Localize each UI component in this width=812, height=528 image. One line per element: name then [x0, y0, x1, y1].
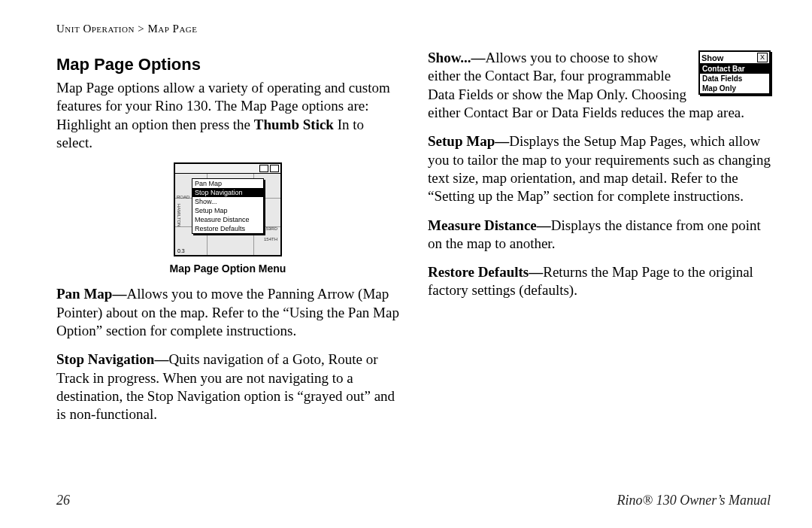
page-number: 26: [56, 493, 70, 508]
breadcrumb-sep: >: [138, 23, 144, 35]
menu-item: Setup Map: [192, 206, 263, 215]
menu-item-selected: Stop Navigation: [192, 188, 263, 197]
map-label: HAMILTON: [177, 204, 181, 226]
show-window: Show X Contact Bar Data Fields Map Only: [698, 50, 771, 95]
show-option-selected: Contact Bar: [700, 64, 769, 74]
map-label: ROAD: [177, 195, 189, 199]
device-screenshot: ROAD HAMILTON 153RD 154TH Pan Map Stop N…: [174, 162, 282, 256]
definition-lead: Show...—: [428, 50, 486, 65]
left-column: Map Page Options Map Page options allow …: [56, 49, 399, 434]
status-icon: [259, 165, 268, 172]
definition-lead: Restore Defaults—: [428, 264, 543, 280]
map-scale: 0.3: [177, 248, 185, 253]
definition-lead: Setup Map—: [428, 133, 509, 149]
show-option: Map Only: [700, 83, 769, 93]
figure-caption: Map Page Option Menu: [56, 262, 399, 275]
intro-paragraph: Map Page options allow a variety of oper…: [56, 79, 399, 152]
definition-paragraph: Restore Defaults—Returns the Map Page to…: [428, 263, 771, 300]
status-icon: [270, 165, 279, 172]
intro-bold: Thumb Stick: [254, 117, 334, 132]
page-footer: 26 Rino® 130 Owner’s Manual: [56, 493, 771, 508]
device-statusbar: [175, 164, 280, 174]
right-column: Show X Contact Bar Data Fields Map Only …: [428, 49, 771, 434]
device-map: ROAD HAMILTON 153RD 154TH Pan Map Stop N…: [175, 174, 280, 255]
close-icon: X: [757, 53, 768, 62]
menu-item: Show...: [192, 197, 263, 206]
show-option: Data Fields: [700, 74, 769, 83]
menu-item: Pan Map: [192, 179, 263, 188]
manual-page: Unit Operation > Map Page Map Page Optio…: [0, 0, 812, 528]
definition-lead: Measure Distance—: [428, 217, 551, 233]
menu-item: Measure Distance: [192, 215, 263, 224]
breadcrumb-page: Map Page: [147, 23, 197, 35]
manual-title: Rino® 130 Owner’s Manual: [617, 493, 771, 508]
breadcrumb: Unit Operation > Map Page: [56, 23, 771, 35]
show-window-titlebar: Show X: [700, 52, 769, 64]
breadcrumb-section: Unit Operation: [56, 23, 135, 35]
show-window-title: Show: [701, 53, 723, 62]
map-label: 154TH: [264, 237, 277, 241]
content-columns: Map Page Options Map Page options allow …: [56, 49, 771, 434]
definition-lead: Pan Map—: [56, 286, 126, 302]
device-figure: ROAD HAMILTON 153RD 154TH Pan Map Stop N…: [56, 162, 399, 258]
definition-paragraph: Pan Map—Allows you to move the Panning A…: [56, 285, 399, 340]
definition-paragraph: Stop Navigation—Quits navigation of a Go…: [56, 350, 399, 423]
definition-lead: Stop Navigation—: [56, 351, 168, 367]
device-popup-menu: Pan Map Stop Navigation Show... Setup Ma…: [192, 178, 264, 234]
menu-item: Restore Defaults: [192, 224, 263, 233]
definition-paragraph: Setup Map—Displays the Setup Map Pages, …: [428, 132, 771, 205]
map-label: 153RD: [263, 226, 277, 231]
page-title: Map Page Options: [56, 55, 399, 74]
definition-paragraph: Measure Distance—Displays the distance f…: [428, 217, 771, 253]
